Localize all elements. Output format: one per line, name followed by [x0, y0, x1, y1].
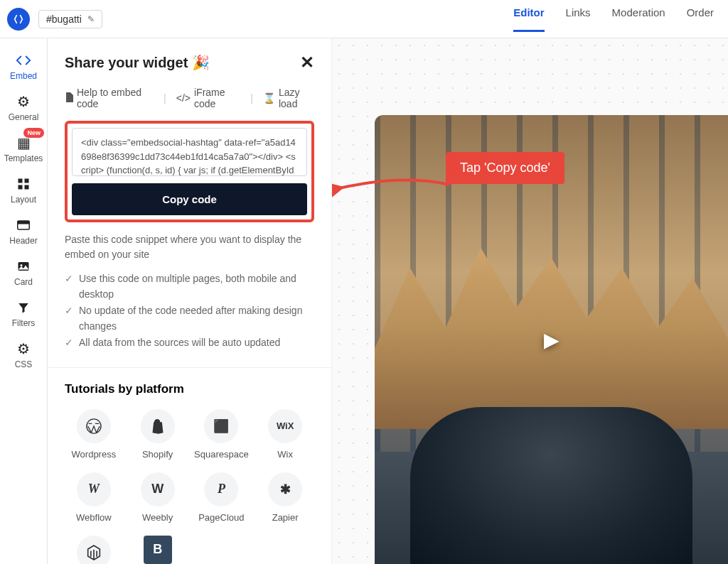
pagecloud-icon: P — [204, 472, 238, 506]
wix-icon: WiX — [268, 409, 302, 443]
svg-point-7 — [21, 264, 23, 266]
sidebar-item-layout[interactable]: Layout — [0, 172, 47, 209]
sidebar: Embed ⚙ General New ▦ Templates Layout H… — [0, 38, 48, 564]
sidebar-item-label: Header — [9, 236, 37, 246]
panel-header: Share your widget 🎉 ✕ — [65, 53, 314, 72]
paste-help-text: Paste this code snippet where you want t… — [65, 232, 314, 262]
platform-label: PageCloud — [198, 512, 244, 523]
gear-icon: ⚙ — [17, 94, 30, 109]
bigcommerce-icon: B — [144, 536, 172, 564]
nav-order[interactable]: Order — [687, 6, 714, 32]
platform-label: Zapier — [272, 512, 299, 523]
sidebar-item-label: Templates — [4, 153, 43, 163]
topbar: #bugatti ✎ Editor Links Moderation Order — [0, 0, 728, 38]
tab-label: Lazy load — [279, 87, 314, 109]
platform-pagecloud[interactable]: P PageCloud — [193, 472, 251, 523]
platforms-grid: Wordpress Shopify ⬛ Squarespace WiX Wix … — [65, 409, 314, 564]
tab-help-embed[interactable]: Help to embed code — [65, 87, 154, 109]
tab-label: Help to embed code — [77, 87, 154, 109]
file-icon — [65, 92, 73, 104]
sidebar-item-general[interactable]: ⚙ General — [0, 90, 47, 126]
code-icon — [16, 53, 31, 68]
svg-rect-3 — [25, 185, 29, 190]
shopify-icon — [141, 409, 175, 443]
separator: | — [250, 92, 253, 104]
benefits-list: ✓Use this code on multiple pages, both m… — [65, 271, 314, 350]
arrow-annotation — [332, 170, 453, 213]
edit-icon[interactable]: ✎ — [87, 14, 95, 24]
sidebar-item-filters[interactable]: Filters — [0, 295, 47, 332]
weebly-icon: W — [141, 472, 175, 506]
divider — [48, 367, 331, 368]
separator: | — [164, 92, 166, 104]
check-icon: ✓ — [65, 271, 73, 303]
hourglass-icon: ⌛ — [263, 92, 275, 104]
platform-label: Webflow — [76, 512, 112, 523]
share-panel: Share your widget 🎉 ✕ Help to embed code… — [48, 38, 332, 564]
platform-shopify[interactable]: Shopify — [129, 409, 187, 460]
tab-iframe[interactable]: </> iFrame code — [176, 87, 241, 109]
logo[interactable] — [7, 8, 30, 31]
sidebar-item-label: Card — [14, 277, 33, 287]
main: Embed ⚙ General New ▦ Templates Layout H… — [0, 38, 728, 564]
platform-wix[interactable]: WiX Wix — [256, 409, 314, 460]
sidebar-item-label: General — [9, 112, 39, 122]
platform-webflow[interactable]: W Webflow — [65, 472, 123, 523]
platform-label: Wordpress — [72, 449, 117, 460]
platform-bigcommerce[interactable]: B Bigcommerce — [129, 536, 187, 564]
topbar-left: #bugatti ✎ — [7, 8, 102, 31]
sidebar-item-label: Layout — [11, 195, 36, 205]
svg-rect-0 — [18, 179, 23, 183]
platform-magento[interactable]: Magento — [65, 536, 123, 564]
nav-moderation[interactable]: Moderation — [612, 6, 665, 32]
webflow-icon: W — [77, 472, 111, 506]
copy-highlight-box: <div class="embedsocial-hashtag" data-re… — [65, 121, 314, 222]
hashtag-text: #bugatti — [46, 13, 82, 25]
platform-label: Squarespace — [194, 449, 249, 460]
topbar-nav: Editor Links Moderation Order — [513, 6, 714, 32]
tutorials-title: Tutorials by platform — [65, 382, 314, 396]
hashtag-tag[interactable]: #bugatti ✎ — [38, 10, 102, 28]
magento-icon — [77, 536, 111, 564]
platform-wordpress[interactable]: Wordpress — [65, 409, 123, 460]
wordpress-icon — [77, 409, 111, 443]
svg-rect-1 — [25, 179, 29, 183]
play-icon[interactable]: ▶ — [534, 322, 569, 357]
platform-zapier[interactable]: ✱ Zapier — [256, 472, 314, 523]
sidebar-item-label: Embed — [10, 71, 37, 81]
sidebar-item-embed[interactable]: Embed — [0, 48, 47, 85]
new-badge: New — [23, 128, 44, 138]
sidebar-item-templates[interactable]: New ▦ Templates — [0, 131, 47, 168]
zapier-icon: ✱ — [268, 472, 302, 506]
sidebar-item-css[interactable]: ⚙ CSS — [0, 337, 47, 374]
nav-editor[interactable]: Editor — [513, 6, 544, 32]
svg-rect-5 — [18, 221, 30, 224]
list-item: ✓No update of the code needed after maki… — [65, 303, 314, 335]
code-tabs: Help to embed code | </> iFrame code | ⌛… — [65, 87, 314, 109]
list-item: ✓Use this code on multiple pages, both m… — [65, 271, 314, 303]
gear-icon: ⚙ — [17, 341, 30, 357]
filter-icon — [17, 300, 30, 315]
preview-area: Tap 'Copy code' ▶ — [332, 38, 728, 564]
sidebar-item-header[interactable]: Header — [0, 213, 47, 250]
preview-car — [410, 407, 693, 564]
copy-code-button[interactable]: Copy code — [72, 183, 307, 215]
code-snippet-box[interactable]: <div class="embedsocial-hashtag" data-re… — [72, 128, 307, 176]
layout-icon — [17, 176, 30, 192]
tab-lazy-load[interactable]: ⌛ Lazy load — [263, 87, 314, 109]
sidebar-item-label: Filters — [12, 318, 36, 328]
platform-label: Weebly — [142, 512, 173, 523]
svg-rect-2 — [18, 185, 23, 190]
sidebar-item-label: CSS — [15, 359, 33, 369]
instruction-callout: Tap 'Copy code' — [446, 152, 564, 184]
list-item: ✓All data from the sources will be auto … — [65, 335, 314, 350]
sidebar-item-card[interactable]: Card — [0, 254, 47, 291]
nav-links[interactable]: Links — [566, 6, 591, 32]
check-icon: ✓ — [65, 335, 73, 350]
close-icon[interactable]: ✕ — [300, 53, 314, 72]
platform-label: Wix — [277, 449, 293, 460]
check-icon: ✓ — [65, 303, 73, 335]
squarespace-icon: ⬛ — [204, 409, 238, 443]
platform-weebly[interactable]: W Weebly — [129, 472, 187, 523]
platform-squarespace[interactable]: ⬛ Squarespace — [193, 409, 251, 460]
